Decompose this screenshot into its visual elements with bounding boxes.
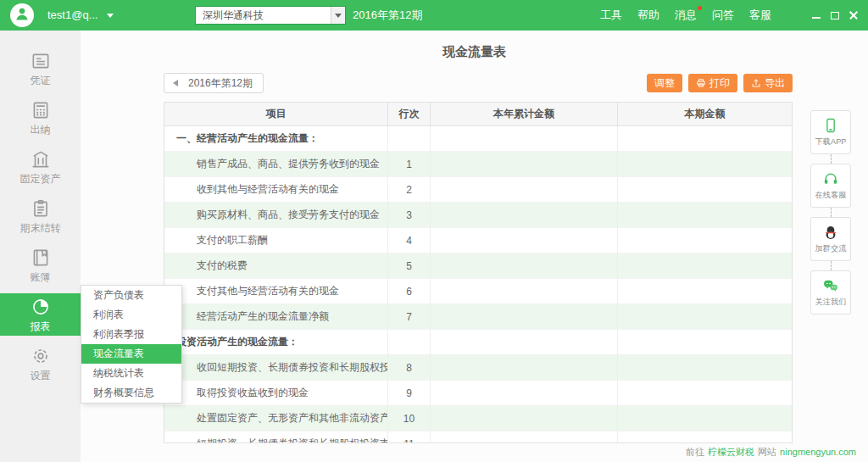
cash-flow-table: 项目 行次 本年累计金额 本期金额 一、经营活动产生的现金流量： 销售产成品、商… <box>164 102 793 443</box>
toolbar-buttons: 调整 打印 导出 <box>641 74 793 92</box>
submenu-item-cash-flow[interactable]: 现金流量表 <box>81 344 181 364</box>
sidebar-item-voucher[interactable]: 凭证 <box>0 47 81 90</box>
topbar-menu-qa[interactable]: 问答 <box>712 0 734 31</box>
footer-prefix: 前往 <box>686 447 704 457</box>
cell-period-amount <box>618 304 792 330</box>
cell-period-amount <box>618 228 792 253</box>
cell-year-amount <box>431 304 618 330</box>
cell-year-amount <box>431 253 618 279</box>
submenu-item-income-statement[interactable]: 利润表 <box>81 305 181 325</box>
prev-period-icon[interactable] <box>173 80 178 86</box>
select-dropdown-icon <box>331 7 345 24</box>
reports-icon <box>30 296 52 318</box>
cell-period-amount <box>618 203 792 228</box>
cell-year-amount <box>431 381 618 406</box>
submenu-item-tax-statistics[interactable]: 纳税统计表 <box>81 364 181 383</box>
cell-line-number: 1 <box>388 152 431 177</box>
cell-item: 销售产成品、商品、提供劳务收到的现金 <box>164 152 388 177</box>
report-toolbar: 2016年第12期 调整 打印 <box>164 73 793 93</box>
cell-line-number: 3 <box>388 203 431 228</box>
close-button[interactable] <box>844 6 863 25</box>
print-button[interactable]: 打印 <box>688 74 737 92</box>
user-avatar-icon <box>14 5 31 25</box>
cell-period-amount <box>618 253 792 279</box>
settings-icon <box>30 345 52 367</box>
submenu-item-balance-sheet[interactable]: 资产负债表 <box>81 286 181 305</box>
sidebar-item-reports[interactable]: 报表 <box>0 293 81 336</box>
cell-item: 取得投资收益收到的现金 <box>164 381 388 406</box>
topbar-menu-service[interactable]: 客服 <box>749 0 771 31</box>
right-toolbar: 下载APP 在线客服 加群交流 关注我们 <box>810 110 851 314</box>
voucher-icon <box>30 50 52 72</box>
cell-period-amount <box>618 406 792 431</box>
sidebar-item-cashier[interactable]: 出纳 <box>0 97 81 139</box>
minimize-icon <box>812 17 821 19</box>
topbar-menu-messages[interactable]: 消息 <box>675 0 697 31</box>
user-dropdown-caret-icon[interactable] <box>107 14 114 18</box>
table-row: 短期投资、长期债券投资和长期股权投资支付的现金 11 <box>164 431 792 443</box>
col-header-item: 项目 <box>164 103 388 126</box>
cell-line-number: 11 <box>388 431 431 443</box>
period-selector[interactable]: 2016年第12期 <box>164 73 264 93</box>
footer-brand-link[interactable]: 柠檬云财税 <box>708 447 754 457</box>
cell-year-amount <box>431 126 618 152</box>
avatar[interactable] <box>10 3 34 27</box>
page-title: 现金流量表 <box>81 31 868 60</box>
sidebar-item-settings[interactable]: 设置 <box>0 342 81 385</box>
topbar-menu-tools[interactable]: 工具 <box>600 0 622 31</box>
table-header-row: 项目 行次 本年累计金额 本期金额 <box>164 103 792 126</box>
export-button[interactable]: 导出 <box>743 74 793 92</box>
wechat-icon <box>822 277 839 294</box>
right-toolbar-online-service[interactable]: 在线客服 <box>810 164 851 208</box>
cell-year-amount <box>431 406 618 431</box>
right-toolbar-follow-us[interactable]: 关注我们 <box>810 270 851 314</box>
topbar-menu-help[interactable]: 帮助 <box>637 0 659 31</box>
cashier-icon <box>30 99 52 121</box>
table-row: 投资活动产生的现金流量： <box>164 330 792 355</box>
cell-line-number: 6 <box>388 279 431 304</box>
table-row: 销售产成品、商品、提供劳务收到的现金 1 <box>164 152 792 177</box>
cell-period-amount <box>618 381 792 406</box>
cell-line-number: 8 <box>388 355 431 381</box>
adjust-button[interactable]: 调整 <box>647 74 682 92</box>
sidebar-item-period-closing[interactable]: 期末结转 <box>0 195 81 237</box>
username[interactable]: test1@q... <box>47 0 97 31</box>
cell-period-amount <box>618 355 792 381</box>
minimize-button[interactable] <box>807 6 826 25</box>
cell-item: 处置固定资产、无形资产和其他非流动资产收回的现金净额 <box>164 406 388 431</box>
submenu-item-income-quarterly[interactable]: 利润表季报 <box>81 325 181 344</box>
table-body: 一、经营活动产生的现金流量： 销售产成品、商品、提供劳务收到的现金 1 收到其他… <box>164 126 792 443</box>
footer-mid: 网站 <box>758 447 776 457</box>
right-toolbar-group-chat[interactable]: 加群交流 <box>810 217 851 261</box>
footer-url-link[interactable]: ningmengyun.com <box>780 447 856 457</box>
submenu-item-financial-summary[interactable]: 财务概要信息 <box>81 383 181 403</box>
export-icon <box>751 78 761 88</box>
cell-period-amount <box>618 431 792 443</box>
qq-icon <box>822 224 839 241</box>
table-row: 支付其他与经营活动有关的现金 6 <box>164 279 792 304</box>
sidebar-item-books[interactable]: 账簿 <box>0 244 81 287</box>
cell-item: 一、经营活动产生的现金流量： <box>164 126 388 152</box>
table-row: 经营活动产生的现金流量净额 7 <box>164 304 792 330</box>
dashed-connector <box>831 261 832 270</box>
cell-year-amount <box>431 177 618 203</box>
headset-icon <box>822 170 839 187</box>
sidebar-item-fixed-assets[interactable]: 固定资产 <box>0 146 81 188</box>
printer-icon <box>696 78 706 88</box>
cell-period-amount <box>618 177 792 203</box>
col-header-line: 行次 <box>388 103 431 126</box>
cell-year-amount <box>431 152 618 177</box>
table-row: 一、经营活动产生的现金流量： <box>164 126 792 152</box>
table-row: 收到其他与经营活动有关的现金 2 <box>164 177 792 203</box>
closing-icon <box>30 198 52 220</box>
cell-period-amount <box>618 279 792 304</box>
cell-year-amount <box>431 203 618 228</box>
right-toolbar-download-app[interactable]: 下载APP <box>810 110 851 154</box>
cell-item: 收回短期投资、长期债券投资和长期股权投资收到的现金 <box>164 355 388 381</box>
company-select[interactable]: 深圳华通科技 <box>195 6 346 25</box>
cell-year-amount <box>431 228 618 253</box>
cell-year-amount <box>431 279 618 304</box>
table-row: 收回短期投资、长期债券投资和长期股权投资收到的现金 8 <box>164 355 792 381</box>
books-icon <box>30 247 52 269</box>
maximize-button[interactable] <box>826 6 844 25</box>
